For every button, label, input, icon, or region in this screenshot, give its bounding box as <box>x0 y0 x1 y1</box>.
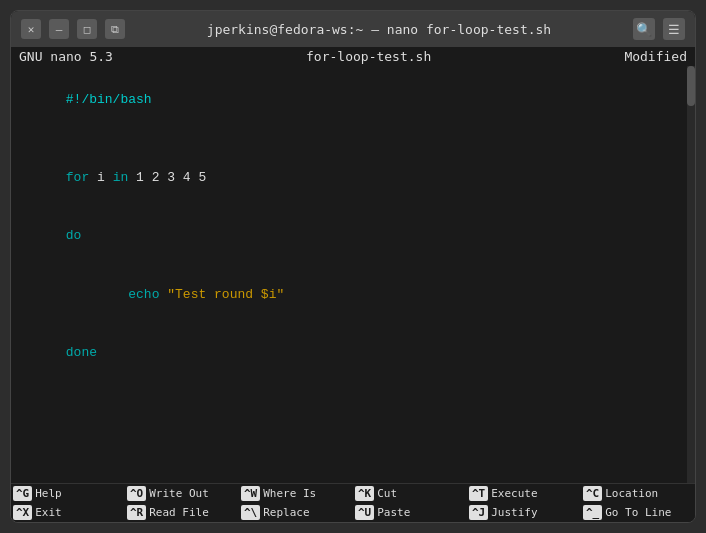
shortcut-cut[interactable]: ^K Cut <box>353 484 467 503</box>
shortcut-readfile[interactable]: ^R Read File <box>125 503 239 522</box>
shortcut-exit[interactable]: ^X Exit <box>11 503 125 522</box>
shortcut-key-readfile: ^R <box>127 505 146 520</box>
shortcut-paste[interactable]: ^U Paste <box>353 503 467 522</box>
keyword-in: in <box>113 170 136 185</box>
editor-line-done: done <box>19 324 687 383</box>
shortcut-label-location: Location <box>605 487 658 500</box>
var-i: i <box>97 170 113 185</box>
shortcut-key-whereis: ^W <box>241 486 260 501</box>
shortcut-label-cut: Cut <box>377 487 397 500</box>
string-val: "Test round $i" <box>167 287 284 302</box>
shortcut-location[interactable]: ^C Location <box>581 484 695 503</box>
shortcut-key-replace: ^\ <box>241 505 260 520</box>
shortcut-label-replace: Replace <box>263 506 309 519</box>
shortcut-key-gotoline: ^_ <box>583 505 602 520</box>
keyword-for: for <box>66 170 97 185</box>
shortcut-label-gotoline: Go To Line <box>605 506 671 519</box>
editor-line-for: for i in 1 2 3 4 5 <box>19 148 687 207</box>
window-title: jperkins@fedora-ws:~ — nano for-loop-tes… <box>125 22 633 37</box>
editor-line-do: do <box>19 207 687 266</box>
shortcut-label-exit: Exit <box>35 506 62 519</box>
titlebar-right-buttons: 🔍 ☰ <box>633 18 685 40</box>
shortcut-key-execute: ^T <box>469 486 488 501</box>
shortcut-replace[interactable]: ^\ Replace <box>239 503 353 522</box>
indent <box>66 287 128 302</box>
search-button[interactable]: 🔍 <box>633 18 655 40</box>
scrollbar[interactable] <box>687 66 695 483</box>
shortcut-writeout[interactable]: ^O Write Out <box>125 484 239 503</box>
shortcut-row-2: ^X Exit ^R Read File ^\ Replace ^U Paste… <box>11 503 695 522</box>
shortcut-bar: ^G Help ^O Write Out ^W Where Is ^K Cut … <box>11 483 695 522</box>
terminal-window: ✕ — □ ⧉ jperkins@fedora-ws:~ — nano for-… <box>10 10 696 523</box>
shortcut-label-justify: Justify <box>491 506 537 519</box>
keyword-done: done <box>66 345 97 360</box>
editor-line-blank <box>19 129 687 149</box>
shortcut-help[interactable]: ^G Help <box>11 484 125 503</box>
shortcut-label-paste: Paste <box>377 506 410 519</box>
shortcut-key-paste: ^U <box>355 505 374 520</box>
shebang-line: #!/bin/bash <box>66 92 152 107</box>
shortcut-key-location: ^C <box>583 486 602 501</box>
editor-line: #!/bin/bash <box>19 70 687 129</box>
minimize-button[interactable]: — <box>49 19 69 39</box>
shortcut-execute[interactable]: ^T Execute <box>467 484 581 503</box>
shortcut-key-cut: ^K <box>355 486 374 501</box>
nano-statusbar: GNU nano 5.3 for-loop-test.sh Modified <box>11 47 695 66</box>
shortcut-gotoline[interactable]: ^_ Go To Line <box>581 503 695 522</box>
shortcut-label-whereis: Where Is <box>263 487 316 500</box>
shortcut-label-writeout: Write Out <box>149 487 209 500</box>
editor-line-echo: echo "Test round $i" <box>19 265 687 324</box>
shortcut-row-1: ^G Help ^O Write Out ^W Where Is ^K Cut … <box>11 484 695 503</box>
keyword-echo: echo <box>128 287 167 302</box>
scrollbar-thumb[interactable] <box>687 66 695 106</box>
close-button[interactable]: ✕ <box>21 19 41 39</box>
keyword-do: do <box>66 228 82 243</box>
restore-button[interactable]: ⧉ <box>105 19 125 39</box>
shortcut-whereis[interactable]: ^W Where Is <box>239 484 353 503</box>
shortcut-key-writeout: ^O <box>127 486 146 501</box>
nano-filename: for-loop-test.sh <box>306 49 431 64</box>
menu-button[interactable]: ☰ <box>663 18 685 40</box>
nano-modified: Modified <box>624 49 687 64</box>
shortcut-label-help: Help <box>35 487 62 500</box>
nano-version: GNU nano 5.3 <box>19 49 113 64</box>
shortcut-label-execute: Execute <box>491 487 537 500</box>
shortcut-key-justify: ^J <box>469 505 488 520</box>
shortcut-label-readfile: Read File <box>149 506 209 519</box>
maximize-button[interactable]: □ <box>77 19 97 39</box>
shortcut-justify[interactable]: ^J Justify <box>467 503 581 522</box>
editor-area[interactable]: #!/bin/bash for i in 1 2 3 4 5 do echo "… <box>11 66 695 483</box>
shortcut-key-help: ^G <box>13 486 32 501</box>
nums: 1 2 3 4 5 <box>136 170 206 185</box>
shortcut-key-exit: ^X <box>13 505 32 520</box>
window-controls: ✕ — □ ⧉ <box>21 19 125 39</box>
titlebar: ✕ — □ ⧉ jperkins@fedora-ws:~ — nano for-… <box>11 11 695 47</box>
